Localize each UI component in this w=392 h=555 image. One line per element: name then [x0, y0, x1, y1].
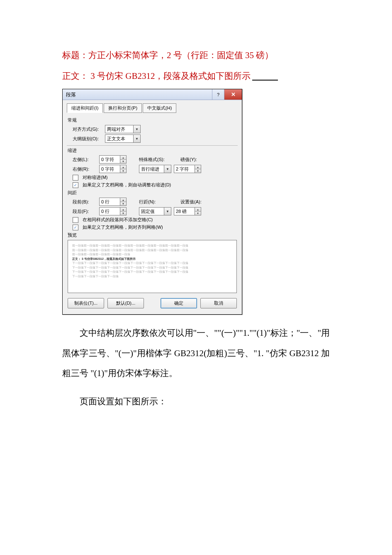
- tab-indent-spacing[interactable]: 缩进和间距(I): [67, 103, 103, 113]
- title-instruction: 标题：方正小标宋简体字，2 号（行距：固定值 35 磅）: [62, 46, 330, 65]
- right-value: 0 字符: [101, 166, 120, 172]
- no-space-label: 在相同样式的段落间不添加空格(C): [83, 217, 153, 223]
- underline: [252, 78, 278, 81]
- ok-button[interactable]: 确定: [161, 298, 197, 308]
- auto-right-checkbox[interactable]: ✓: [73, 182, 78, 188]
- line-spacing-combo[interactable]: 固定值 ▼: [139, 207, 171, 215]
- by-value: 2 字符: [176, 166, 195, 172]
- tabs-button[interactable]: 制表位(T)...: [68, 298, 104, 308]
- right-spinner[interactable]: 0 字符 ▲▼: [99, 165, 127, 173]
- body-instruction-text: 正文： 3 号仿宋 GB2312，段落及格式如下图所示: [62, 71, 251, 81]
- group-indent-title: 缩进: [68, 147, 238, 154]
- before-label: 段前(B):: [73, 199, 97, 205]
- paragraph-dialog: 段落 ? ✕ 缩进和间距(I) 换行和分页(P) 中文版式(H) 常规 对齐方式…: [62, 89, 242, 315]
- cancel-button[interactable]: 取消: [200, 298, 237, 308]
- paragraph-1: 文中结构层次序数依次可以用"一、""(一)""1.""(1)"标注；"一、"用黑…: [62, 323, 330, 383]
- before-value: 0 行: [101, 199, 120, 205]
- default-button[interactable]: 默认(D)...: [107, 298, 144, 308]
- snap-grid-checkbox[interactable]: ✓: [73, 225, 78, 230]
- preview-sample: 正文： 3 号仿宋GB2312，段落及格式如下图所示: [72, 257, 232, 262]
- snap-grid-label: 如果定义了文档网格，则对齐到网格(W): [83, 224, 163, 230]
- tab-line-page-breaks[interactable]: 换行和分页(P): [104, 103, 142, 113]
- chevron-down-icon: ▼: [164, 208, 171, 215]
- outline-value: 正文文本: [107, 136, 133, 142]
- after-label: 段后(F):: [73, 208, 97, 215]
- alignment-combo[interactable]: 两端对齐 ▼: [105, 125, 141, 133]
- special-label: 特殊格式(S):: [139, 156, 168, 163]
- chevron-down-icon: ▼: [133, 125, 140, 133]
- outline-combo[interactable]: 正文文本 ▼: [105, 134, 141, 143]
- help-button[interactable]: ?: [212, 89, 224, 100]
- title-bar: 段落 ? ✕: [63, 89, 242, 100]
- alignment-value: 两端对齐: [107, 126, 133, 132]
- before-spinner[interactable]: 0 行 ▲▼: [99, 198, 127, 206]
- special-value: 首行缩进: [141, 166, 164, 172]
- by-label: 磅值(Y):: [180, 156, 197, 163]
- no-space-checkbox[interactable]: [73, 217, 78, 223]
- after-spinner[interactable]: 0 行 ▲▼: [99, 207, 127, 215]
- preview-box: 前一段落前一段落前一段落前一段落前一段落前一段落前一段落前一段落前一段落前一段落…: [68, 240, 237, 293]
- by-spinner[interactable]: 2 字符 ▲▼: [174, 165, 201, 173]
- mirror-label: 对称缩进(M): [83, 174, 108, 181]
- line-spacing-label: 行距(N):: [139, 199, 168, 205]
- tabs: 缩进和间距(I) 换行和分页(P) 中文版式(H): [67, 103, 238, 113]
- left-value: 0 字符: [101, 156, 120, 163]
- tab-chinese-typography[interactable]: 中文版式(H): [143, 103, 176, 113]
- chevron-down-icon: ▼: [133, 135, 140, 142]
- close-button[interactable]: ✕: [224, 89, 242, 100]
- auto-right-label: 如果定义了文档网格，则自动调整右缩进(D): [83, 182, 171, 188]
- at-value: 28 磅: [176, 208, 195, 215]
- alignment-label: 对齐方式(G):: [73, 126, 102, 132]
- mirror-checkbox[interactable]: [73, 175, 78, 181]
- line-spacing-value: 固定值: [141, 208, 164, 215]
- chevron-down-icon: ▼: [164, 165, 171, 173]
- outline-label: 大纲级别(O):: [73, 136, 102, 142]
- left-spinner[interactable]: 0 字符 ▲▼: [99, 155, 127, 164]
- after-value: 0 行: [101, 208, 120, 215]
- at-spinner[interactable]: 28 磅 ▲▼: [174, 207, 201, 215]
- dialog-title: 段落: [63, 89, 212, 100]
- group-general-title: 常规: [68, 117, 238, 123]
- right-label: 右侧(R):: [73, 166, 97, 172]
- body-instruction: 正文： 3 号仿宋 GB2312，段落及格式如下图所示: [62, 66, 330, 86]
- paragraph-2: 页面设置如下图所示：: [62, 391, 330, 411]
- group-spacing-title: 间距: [68, 190, 238, 196]
- left-label: 左侧(L):: [73, 156, 97, 163]
- at-label: 设置值(A):: [180, 199, 202, 205]
- special-combo[interactable]: 首行缩进 ▼: [139, 165, 171, 173]
- group-preview-title: 预览: [68, 232, 238, 238]
